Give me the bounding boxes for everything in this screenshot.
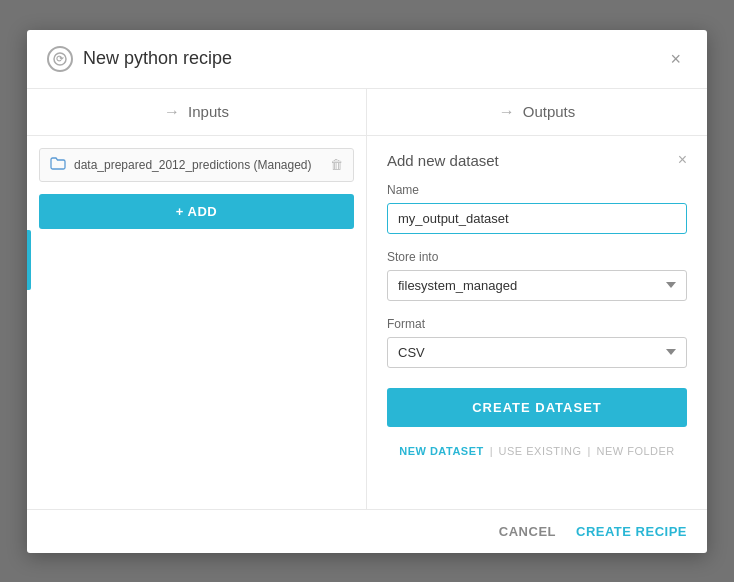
- store-into-select[interactable]: filesystem_managed filesystem S3 HDFS: [387, 270, 687, 301]
- option-separator-2: |: [588, 445, 591, 457]
- name-label: Name: [387, 183, 687, 197]
- python-icon: ⟳: [47, 46, 73, 72]
- format-form-group: Format CSV JSON Parquet Excel: [387, 317, 687, 368]
- option-separator-1: |: [490, 445, 493, 457]
- form-section-header: Add new dataset ×: [387, 152, 687, 169]
- modal-header-left: ⟳ New python recipe: [47, 46, 232, 72]
- outputs-tab-header: → Outputs: [367, 89, 707, 136]
- form-section-title: Add new dataset: [387, 152, 499, 169]
- inputs-tab-icon: →: [164, 103, 180, 121]
- create-recipe-button[interactable]: CREATE RECIPE: [576, 524, 687, 539]
- modal-header: ⟳ New python recipe ×: [27, 30, 707, 89]
- delete-dataset-icon[interactable]: 🗑: [330, 157, 343, 172]
- inputs-tab-label: Inputs: [188, 103, 229, 120]
- add-dataset-form: Add new dataset × Name Store into filesy…: [367, 136, 707, 509]
- svg-text:⟳: ⟳: [56, 54, 64, 64]
- form-close-button[interactable]: ×: [678, 152, 687, 168]
- store-into-form-group: Store into filesystem_managed filesystem…: [387, 250, 687, 301]
- modal-title: New python recipe: [83, 48, 232, 69]
- create-dataset-button[interactable]: CREATE DATASET: [387, 388, 687, 427]
- store-into-label: Store into: [387, 250, 687, 264]
- inputs-panel: → Inputs data_prepared_2012_predictions …: [27, 89, 367, 509]
- outputs-panel: → Outputs Add new dataset × Name: [367, 89, 707, 509]
- modal-overlay: ⟳ New python recipe × → Inputs: [0, 0, 734, 582]
- use-existing-option[interactable]: USE EXISTING: [499, 445, 582, 457]
- cancel-button[interactable]: CANCEL: [499, 524, 556, 539]
- folder-icon: [50, 157, 66, 173]
- inputs-tab-header: → Inputs: [27, 89, 366, 136]
- left-accent: [27, 230, 31, 290]
- format-label: Format: [387, 317, 687, 331]
- modal-dialog: ⟳ New python recipe × → Inputs: [27, 30, 707, 553]
- name-form-group: Name: [387, 183, 687, 234]
- outputs-tab-icon: →: [499, 103, 515, 121]
- new-folder-option[interactable]: NEW FOLDER: [596, 445, 674, 457]
- dataset-options: NEW DATASET | USE EXISTING | NEW FOLDER: [387, 445, 687, 457]
- new-dataset-option[interactable]: NEW DATASET: [399, 445, 484, 457]
- modal-body: → Inputs data_prepared_2012_predictions …: [27, 89, 707, 509]
- format-select[interactable]: CSV JSON Parquet Excel: [387, 337, 687, 368]
- name-input[interactable]: [387, 203, 687, 234]
- input-dataset-name: data_prepared_2012_predictions (Managed): [74, 158, 322, 172]
- close-button[interactable]: ×: [664, 48, 687, 70]
- input-dataset-item: data_prepared_2012_predictions (Managed)…: [39, 148, 354, 182]
- outputs-tab-label: Outputs: [523, 103, 576, 120]
- add-input-button[interactable]: + ADD: [39, 194, 354, 229]
- modal-footer: CANCEL CREATE RECIPE: [27, 509, 707, 553]
